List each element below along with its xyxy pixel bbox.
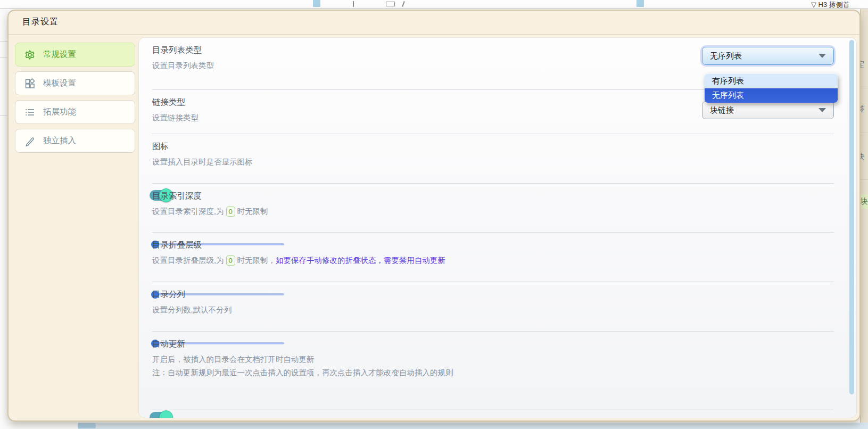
chevron-down-icon bbox=[819, 54, 826, 58]
divider bbox=[0, 57, 7, 57]
desc-text: 设置目录折叠层级,为 bbox=[152, 256, 224, 265]
dropdown-option-unordered-list[interactable]: 无序列表 bbox=[705, 88, 838, 103]
dropdown-value: 块链接 bbox=[710, 105, 734, 116]
list-icon bbox=[24, 107, 35, 118]
partially-visible-button[interactable] bbox=[738, 418, 838, 418]
zero-badge: 0 bbox=[226, 255, 235, 266]
desc-text: 设置目录索引深度,为 bbox=[152, 207, 224, 216]
dropdown-value: 无序列表 bbox=[710, 51, 742, 61]
chevron-down-icon bbox=[819, 108, 826, 112]
background-text-fragment: 块 bbox=[860, 152, 865, 162]
setting-row-icon: 图标 设置插入目录时是否显示图标 bbox=[152, 134, 834, 184]
divider bbox=[861, 179, 868, 180]
scrollbar-thumb[interactable] bbox=[849, 40, 854, 394]
background-statusbar bbox=[0, 423, 868, 429]
setting-title: 自动更新 bbox=[152, 338, 834, 350]
background-text-fragment: 签 bbox=[860, 104, 865, 114]
setting-desc: 设置目录折叠层级,为0时无限制，如要保存手动修改的折叠状态，需要禁用自动更新 bbox=[152, 254, 834, 266]
background-toolbar: ▽ H3 㧻侧首 bbox=[0, 0, 868, 9]
zero-badge: 0 bbox=[226, 207, 235, 217]
divider bbox=[0, 116, 7, 116]
settings-sidebar: 常规设置 模板设置 bbox=[15, 43, 135, 158]
dialog-title: 目录设置 bbox=[22, 16, 59, 28]
sidebar-item-label: 模板设置 bbox=[43, 78, 76, 89]
background-right-panel: 定 签 块 块 bbox=[860, 9, 868, 423]
sidebar-item-general-settings[interactable]: 常规设置 bbox=[15, 43, 135, 67]
setting-row-columns: 目录分列 设置分列数,默认不分列 bbox=[152, 282, 834, 332]
sidebar-item-standalone-insert[interactable]: 独立插入 bbox=[15, 129, 135, 153]
toggle-knob bbox=[159, 410, 173, 418]
setting-row-fold-level: 目录折叠层级 设置目录折叠层级,为0时无限制，如要保存手动修改的折叠状态，需要禁… bbox=[152, 233, 834, 282]
setting-desc: 开启后，被插入的目录会在文档打开时自动更新 bbox=[152, 353, 834, 365]
sidebar-item-label: 拓展功能 bbox=[43, 106, 76, 118]
setting-title: 图标 bbox=[152, 141, 834, 152]
dropdown-option-ordered-list[interactable]: 有序列表 bbox=[705, 74, 838, 88]
desc-note-violet: 如要保存手动修改的折叠状态，需要禁用自动更新 bbox=[276, 256, 445, 265]
background-text-fragment: 定 bbox=[860, 60, 865, 70]
sidebar-item-template-settings[interactable]: 模板设置 bbox=[15, 71, 135, 95]
background-fragment bbox=[78, 423, 96, 428]
background-fragment bbox=[386, 2, 395, 6]
setting-title: 目录分列 bbox=[152, 288, 834, 300]
toc-list-type-dropdown-menu: 有序列表 无序列表 bbox=[705, 73, 838, 103]
link-type-dropdown[interactable]: 块链接 bbox=[702, 101, 834, 119]
sidebar-item-label: 常规设置 bbox=[43, 49, 76, 60]
background-fragment bbox=[636, 0, 644, 7]
background-fragment bbox=[0, 423, 78, 429]
template-icon bbox=[24, 78, 35, 89]
background-left-edge bbox=[0, 9, 7, 423]
gear-icon bbox=[24, 50, 35, 60]
desc-text: 时无限制， bbox=[237, 256, 276, 265]
auto-update-toggle[interactable] bbox=[150, 412, 171, 418]
setting-title: 目录索引深度 bbox=[152, 190, 834, 202]
divider bbox=[9, 34, 859, 35]
sidebar-item-extended-features[interactable]: 拓展功能 bbox=[15, 100, 135, 124]
setting-row-auto-update: 自动更新 开启后，被插入的目录会在文档打开时自动更新 注：自动更新规则为最近一次… bbox=[152, 332, 834, 409]
setting-note: 注：自动更新规则为最近一次点击插入的设置项，再次点击插入才能改变自动插入的规则 bbox=[152, 367, 834, 378]
background-fragment bbox=[402, 1, 405, 7]
background-text-fragment-highlighted: 块 bbox=[860, 194, 868, 209]
background-heading-fragment: ▽ H3 㧻侧首 bbox=[811, 0, 850, 10]
settings-panel: 目录列表类型 设置目录列表类型 无序列表 链接类型 设置链接类型 块链接 图标 bbox=[138, 37, 857, 418]
setting-row-index-depth: 目录索引深度 设置目录索引深度,为0时无限制 bbox=[152, 184, 834, 233]
setting-title: 目录折叠层级 bbox=[152, 239, 834, 251]
background-fragment bbox=[353, 1, 354, 7]
desc-text: 时无限制 bbox=[237, 207, 268, 216]
sidebar-item-label: 独立插入 bbox=[43, 135, 76, 146]
toc-settings-dialog: 目录设置 常规设置 模板设置 bbox=[7, 10, 861, 422]
toc-list-type-dropdown[interactable]: 无序列表 bbox=[702, 47, 834, 65]
setting-desc: 设置目录索引深度,为0时无限制 bbox=[152, 205, 834, 217]
setting-desc: 设置插入目录时是否显示图标 bbox=[152, 156, 834, 168]
background-fragment bbox=[313, 0, 320, 7]
divider bbox=[861, 133, 868, 133]
divider bbox=[0, 41, 7, 42]
setting-desc: 设置分列数,默认不分列 bbox=[152, 304, 834, 316]
pencil-icon bbox=[24, 136, 35, 146]
divider bbox=[861, 88, 868, 88]
